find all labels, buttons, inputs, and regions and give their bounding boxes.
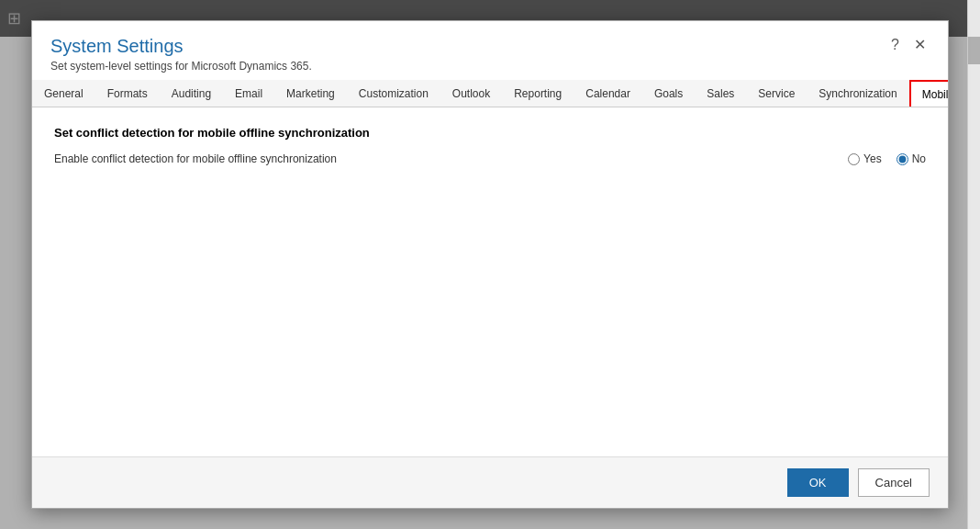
tab-marketing[interactable]: Marketing — [274, 80, 347, 107]
tab-outlook[interactable]: Outlook — [440, 80, 502, 107]
tab-synchronization[interactable]: Synchronization — [807, 80, 908, 107]
help-button[interactable]: ? — [887, 36, 903, 54]
dialog-header: System Settings Set system-level setting… — [32, 21, 948, 80]
tabs-container: General Formats Auditing Email Marketing… — [32, 80, 948, 107]
radio-no-label: No — [912, 152, 926, 165]
tab-formats[interactable]: Formats — [95, 80, 160, 107]
tab-auditing[interactable]: Auditing — [160, 80, 223, 107]
system-settings-dialog: System Settings Set system-level setting… — [31, 20, 949, 509]
setting-label: Enable conflict detection for mobile off… — [54, 152, 848, 165]
close-button[interactable]: ✕ — [910, 36, 930, 54]
scrollbar-thumb[interactable] — [968, 37, 980, 64]
radio-yes[interactable] — [848, 153, 860, 165]
tab-email[interactable]: Email — [223, 80, 274, 107]
tab-goals[interactable]: Goals — [642, 80, 695, 107]
tab-general[interactable]: General — [32, 80, 95, 107]
setting-row: Enable conflict detection for mobile off… — [54, 152, 926, 165]
dialog-body: Set conflict detection for mobile offlin… — [32, 107, 948, 456]
dialog-subtitle: Set system-level settings for Microsoft … — [50, 60, 312, 73]
radio-no[interactable] — [896, 153, 908, 165]
radio-yes-label: Yes — [863, 152, 882, 165]
tab-calendar[interactable]: Calendar — [574, 80, 642, 107]
tab-customization[interactable]: Customization — [347, 80, 440, 107]
section-title: Set conflict detection for mobile offlin… — [54, 126, 926, 140]
tab-service[interactable]: Service — [746, 80, 807, 107]
cancel-button[interactable]: Cancel — [858, 468, 930, 497]
dialog-controls: ? ✕ — [887, 36, 930, 54]
tab-reporting[interactable]: Reporting — [502, 80, 574, 107]
dialog-title-section: System Settings Set system-level setting… — [50, 36, 312, 73]
radio-group: Yes No — [848, 152, 926, 165]
tab-mobile-client[interactable]: Mobile Client — [909, 80, 948, 107]
tab-sales[interactable]: Sales — [695, 80, 746, 107]
dialog-title: System Settings — [50, 36, 312, 57]
radio-no-option[interactable]: No — [896, 152, 926, 165]
dialog-footer: OK Cancel — [32, 456, 948, 508]
scrollbar[interactable] — [967, 0, 980, 529]
radio-yes-option[interactable]: Yes — [848, 152, 882, 165]
ok-button[interactable]: OK — [787, 468, 849, 497]
